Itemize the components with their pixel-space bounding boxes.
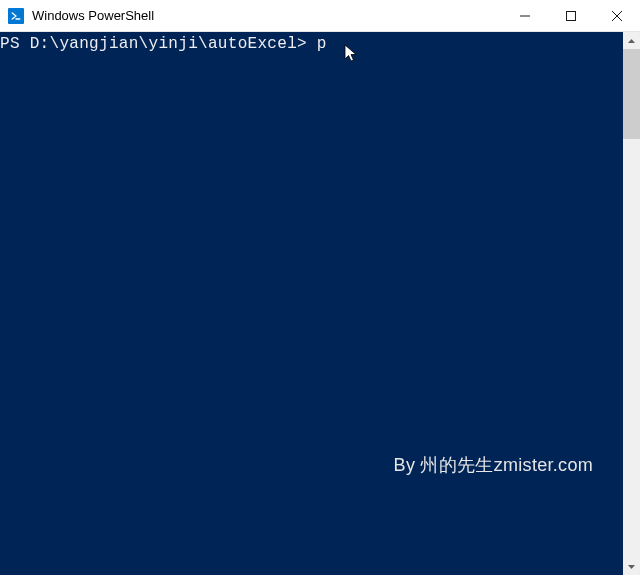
svg-rect-3 (567, 11, 576, 20)
prompt-line: PS D:\yangjian\yinji\autoExcel> p (0, 34, 623, 54)
scroll-down-button[interactable] (623, 558, 640, 575)
watermark-text: By 州的先生zmister.com (394, 455, 593, 475)
titlebar[interactable]: Windows PowerShell (0, 0, 640, 32)
minimize-button[interactable] (502, 0, 548, 32)
prompt-text: PS D:\yangjian\yinji\autoExcel> (0, 35, 317, 53)
powershell-icon (8, 8, 24, 24)
scroll-up-button[interactable] (623, 32, 640, 49)
terminal[interactable]: PS D:\yangjian\yinji\autoExcel> p By 州的先… (0, 32, 623, 575)
typed-input: p (317, 35, 327, 53)
vertical-scrollbar[interactable] (623, 32, 640, 575)
window-title: Windows PowerShell (32, 0, 154, 32)
powershell-window: Windows PowerShell PS D:\yangjian\yinji\… (0, 0, 640, 575)
scroll-thumb[interactable] (623, 49, 640, 139)
close-button[interactable] (594, 0, 640, 32)
window-controls (502, 0, 640, 32)
terminal-area: PS D:\yangjian\yinji\autoExcel> p By 州的先… (0, 32, 640, 575)
maximize-button[interactable] (548, 0, 594, 32)
